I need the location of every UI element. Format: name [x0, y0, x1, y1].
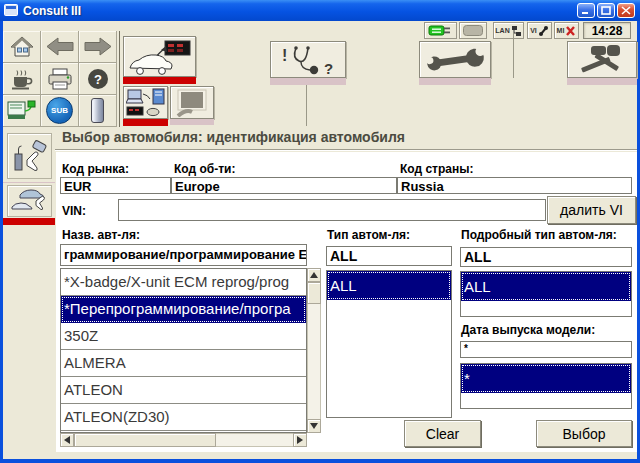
diagnosis-button[interactable]: ! ?: [270, 41, 346, 78]
minimize-button[interactable]: [577, 3, 595, 18]
list-item[interactable]: ATLEON: [61, 377, 306, 404]
home-button[interactable]: [3, 31, 41, 63]
close-icon: [621, 6, 631, 15]
model-date-label: Дата выпуска модели:: [461, 323, 595, 337]
scroll-left-icon: [64, 436, 70, 444]
list-item[interactable]: ALL: [461, 272, 631, 301]
vehicle-select-button[interactable]: [7, 185, 52, 217]
vi-connect-button[interactable]: [3, 95, 41, 127]
connection-button[interactable]: [123, 86, 168, 119]
market-code-label: Код рынка:: [62, 162, 129, 176]
minimize-icon: [581, 6, 591, 15]
help-icon: ?: [87, 68, 109, 90]
vehicle-name-label: Назв. авт-ля:: [62, 228, 140, 242]
scroll-right-button[interactable]: [293, 433, 307, 447]
list-item[interactable]: *: [461, 364, 631, 393]
back-button[interactable]: [41, 31, 79, 63]
back-arrow-icon: [46, 37, 74, 56]
vehicle-select-active-bar: [3, 218, 55, 225]
svg-text:?: ?: [94, 72, 102, 87]
capture-button[interactable]: [170, 86, 214, 119]
break-button[interactable]: [3, 63, 41, 95]
help-button[interactable]: ?: [79, 63, 117, 95]
diagnosis-inactive-bar: [270, 78, 346, 85]
maximize-icon: [601, 6, 611, 15]
hand-device-icon: [11, 136, 49, 176]
scroll-down-button[interactable]: [307, 419, 321, 433]
clock: 14:28: [583, 22, 631, 39]
list-item[interactable]: [461, 301, 631, 317]
sub-icon: SUB: [46, 97, 73, 124]
vin-label: VIN:: [62, 204, 86, 218]
select-button[interactable]: Выбор: [536, 420, 632, 447]
hscroll-thumb[interactable]: [74, 433, 216, 447]
scroll-up-button[interactable]: [307, 268, 321, 282]
list-item[interactable]: ALMERA: [61, 350, 306, 377]
hand-cars-icon: [10, 187, 50, 215]
mi-label: MI: [557, 27, 565, 34]
svg-text:?: ?: [324, 60, 333, 76]
list-item[interactable]: ALL: [327, 271, 451, 300]
battery-button[interactable]: [79, 95, 117, 127]
country-code-label: Код страны:: [400, 162, 474, 176]
consult-window: Consult III LAN VI: [0, 0, 640, 463]
list-item[interactable]: *X-badge/X-unit ECM reprog/prog: [61, 269, 306, 296]
crossed-tools-icon: [577, 44, 627, 76]
clear-button[interactable]: Clear: [404, 420, 481, 447]
lan-status-button[interactable]: LAN: [493, 22, 524, 39]
connection-active-bar: [123, 119, 168, 126]
battery-icon: [91, 98, 104, 123]
maximize-button[interactable]: [597, 3, 615, 18]
scroll-right-icon: [297, 436, 303, 444]
region-code-label: Код об-ти:: [174, 162, 235, 176]
page-title: Выбор автомобиля: идентификация автомоби…: [62, 129, 405, 145]
stethoscope-icon: ! ?: [274, 44, 342, 76]
model-date-list: *: [460, 363, 632, 409]
car-to-screen-icon: [128, 39, 192, 75]
handset-icon: [538, 25, 549, 37]
maintenance-button[interactable]: [419, 41, 491, 78]
select-tool-button[interactable]: [7, 133, 52, 179]
printer-icon: [47, 68, 73, 90]
vin-input[interactable]: [118, 199, 546, 221]
detailed-type-list: ALL: [460, 271, 632, 317]
blank-status-button[interactable]: [459, 22, 487, 39]
delete-vin-button[interactable]: далить VI: [547, 196, 636, 224]
list-item[interactable]: [461, 393, 631, 409]
blank-indicator-icon: [463, 25, 483, 36]
vi-connection-button[interactable]: [424, 22, 457, 39]
vehicle-name-list: *X-badge/X-unit ECM reprog/prog*Перепрог…: [60, 268, 307, 433]
scroll-down-icon: [310, 423, 318, 429]
list-item[interactable]: 350Z: [61, 323, 306, 350]
list-item[interactable]: ATLEON(ZD30): [61, 404, 306, 431]
red-x-icon: [565, 25, 576, 37]
sub-mode-button[interactable]: SUB: [41, 95, 79, 127]
wrench-icon: [423, 45, 487, 75]
titlebar: Consult III: [0, 0, 640, 21]
detailed-type-label: Подробный тип автом-ля:: [461, 228, 617, 242]
vi-label: VI: [530, 27, 537, 34]
country-code-value: Russia: [397, 177, 632, 194]
mi-comm-status-button[interactable]: MI: [554, 22, 579, 39]
monitor-plug-icon: [7, 99, 37, 123]
home-icon: [10, 36, 34, 57]
list-item[interactable]: *Перепрограммирование/програ: [61, 296, 306, 323]
lan-label: LAN: [495, 27, 509, 34]
vehicle-type-list: ALL: [326, 270, 452, 418]
vscroll-thumb[interactable]: [307, 282, 321, 304]
coffee-cup-icon: [10, 68, 34, 90]
svg-text:!: !: [282, 47, 287, 64]
market-code-value: EUR: [60, 177, 171, 194]
tools-inactive-bar: [567, 78, 637, 85]
forward-button[interactable]: [79, 31, 117, 63]
app-icon: [4, 2, 18, 20]
close-button[interactable]: [617, 3, 635, 18]
tools-button[interactable]: [567, 41, 637, 78]
print-button[interactable]: [41, 63, 79, 95]
vi-comm-status-button[interactable]: VI: [527, 22, 552, 39]
green-connector-icon: [428, 24, 454, 37]
vehicle-vi-button[interactable]: [123, 36, 196, 77]
vehicle-vi-active-bar: [123, 77, 196, 84]
region-code-value: Europe: [171, 177, 397, 194]
scroll-left-button[interactable]: [60, 433, 74, 447]
